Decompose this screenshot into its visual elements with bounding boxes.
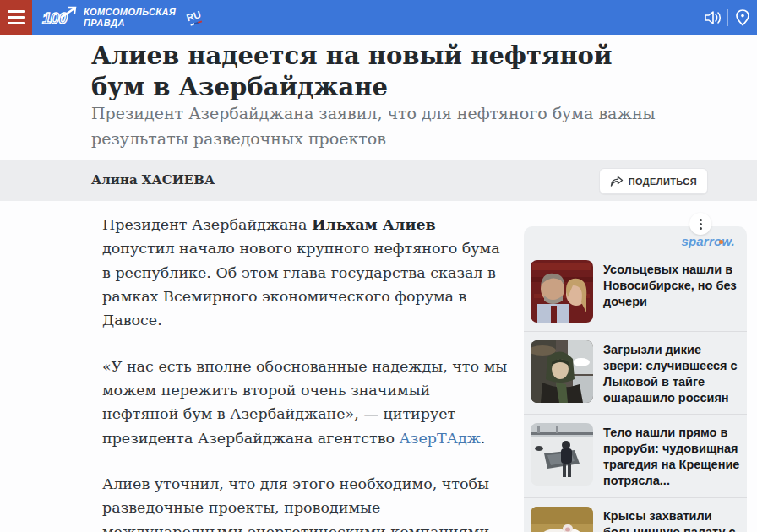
share-icon [610,176,624,187]
elderly-woman-thumbnail [531,340,593,403]
paragraph-1: Президент Азербайджана Ильхам Алиев допу… [102,213,508,333]
share-button[interactable]: ПОДЕЛИТЬСЯ [599,168,708,194]
ice-hole-thumbnail [531,423,593,486]
widget-news-item-1[interactable]: Усольцевых нашли в Новосибирске, но без … [524,252,747,331]
anniversary-100-icon: 100 [42,6,78,30]
hamburger-menu-button[interactable] [0,0,32,35]
article-title: Алиев надеется на новый нефтяной бум в А… [91,41,624,103]
sparrow-logo-text: sparrow. [681,234,735,248]
header-actions [699,0,757,35]
widget-news-item-4[interactable]: Крысы захватили больничную палату с [524,497,747,532]
article-body: Президент Азербайджана Ильхам Алиев допу… [102,213,508,532]
sparrow-widget: sparrow. Усольцевых наш [524,226,747,532]
news-title: Тело нашли прямо в проруби: чудовищная т… [603,423,740,488]
sparrow-logo-dot [719,240,723,244]
page: 100 КОМСОМОЛЬСКАЯ ПРАВДА RU [0,0,757,532]
azertadj-link[interactable]: АзерТАдж [400,430,481,447]
sound-icon[interactable] [699,0,727,35]
news-title: Загрызли дикие звери: случившееся с Лыко… [603,340,740,405]
author-bar: Алина ХАСИЕВА ПОДЕЛИТЬСЯ [0,160,757,201]
widget-news-item-2[interactable]: Загрызли дикие звери: случившееся с Лыко… [524,331,747,414]
logo-line1: КОМСОМОЛЬСКАЯ [84,7,176,18]
share-button-label: ПОДЕЛИТЬСЯ [629,176,697,187]
logo-line2: ПРАВДА [84,18,176,29]
author-name[interactable]: Алина ХАСИЕВА [91,172,215,187]
top-header: 100 КОМСОМОЛЬСКАЯ ПРАВДА RU [0,0,757,35]
news-title: Усольцевых нашли в Новосибирске, но без … [603,260,740,323]
widget-news-item-3[interactable]: Тело нашли прямо в проруби: чудовищная т… [524,414,747,497]
location-pin-icon[interactable] [728,0,757,35]
paragraph-3: Алиев уточнил, что для этого необходимо,… [102,472,508,532]
white-rat-thumbnail [531,507,593,532]
kp-logo[interactable]: 100 КОМСОМОЛЬСКАЯ ПРАВДА RU [42,6,202,30]
couple-selfie-thumbnail [531,260,593,323]
paragraph-2: «У нас есть вполне обоснованные надежды,… [102,355,508,450]
ru-mascot-icon: RU [185,8,204,27]
article-subtitle: Президент Азербайджана заявил, что для н… [91,100,683,152]
news-title: Крысы захватили больничную палату с [603,507,740,532]
person-name-bold: Ильхам Алиев [312,216,436,233]
logo-text: КОМСОМОЛЬСКАЯ ПРАВДА [84,7,176,28]
widget-options-button[interactable] [689,213,711,235]
sparrow-brand[interactable]: sparrow. [524,226,747,252]
